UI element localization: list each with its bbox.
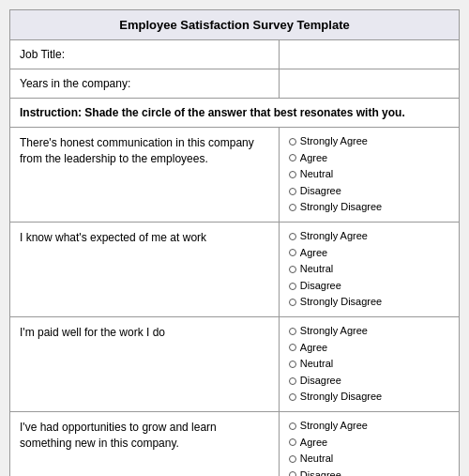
option-label-3-2: Agree bbox=[300, 340, 327, 357]
option-label-3-4: Disagree bbox=[300, 373, 341, 390]
option-label-2-3: Neutral bbox=[300, 261, 333, 278]
option-item-1-1[interactable]: Strongly Agree bbox=[289, 133, 449, 150]
job-title-input[interactable] bbox=[280, 40, 459, 69]
option-item-1-2[interactable]: Agree bbox=[289, 150, 449, 167]
option-label-4-2: Agree bbox=[300, 435, 327, 452]
years-label: Years in the company: bbox=[10, 69, 280, 98]
question-row-2: I know what's expected of me at workStro… bbox=[10, 223, 459, 317]
radio-circle-4-2[interactable] bbox=[289, 438, 296, 446]
years-input[interactable] bbox=[280, 69, 459, 98]
radio-circle-3-3[interactable] bbox=[289, 361, 296, 368]
options-col-1: Strongly AgreeAgreeNeutralDisagreeStrong… bbox=[280, 128, 459, 222]
question-row-3: I'm paid well for the work I doStrongly … bbox=[10, 317, 459, 412]
radio-circle-3-5[interactable] bbox=[289, 393, 296, 401]
option-label-4-4: Disagree bbox=[300, 468, 341, 476]
job-title-label: Job Title: bbox=[10, 40, 280, 69]
option-item-3-2[interactable]: Agree bbox=[289, 340, 449, 357]
radio-circle-2-5[interactable] bbox=[289, 299, 296, 306]
radio-circle-3-4[interactable] bbox=[289, 377, 296, 385]
question-text-2: I know what's expected of me at work bbox=[10, 223, 280, 316]
option-label-2-1: Strongly Agree bbox=[300, 228, 368, 245]
radio-circle-1-5[interactable] bbox=[289, 204, 296, 211]
radio-circle-2-1[interactable] bbox=[289, 233, 296, 240]
radio-circle-3-2[interactable] bbox=[289, 344, 296, 351]
option-label-4-1: Strongly Agree bbox=[300, 418, 368, 435]
radio-circle-2-3[interactable] bbox=[289, 266, 296, 273]
option-item-4-4[interactable]: Disagree bbox=[289, 468, 449, 476]
options-col-4: Strongly AgreeAgreeNeutralDisagreeStrong… bbox=[280, 412, 459, 476]
question-text-3: I'm paid well for the work I do bbox=[10, 317, 280, 411]
option-item-3-3[interactable]: Neutral bbox=[289, 356, 449, 373]
radio-circle-1-3[interactable] bbox=[289, 171, 296, 178]
option-item-2-4[interactable]: Disagree bbox=[289, 278, 449, 295]
radio-circle-4-4[interactable] bbox=[289, 471, 296, 476]
option-item-2-5[interactable]: Strongly Disagree bbox=[289, 294, 449, 311]
option-item-2-2[interactable]: Agree bbox=[289, 245, 449, 262]
option-item-3-5[interactable]: Strongly Disagree bbox=[289, 389, 449, 406]
radio-circle-2-4[interactable] bbox=[289, 283, 296, 290]
question-text-1: There's honest communication in this com… bbox=[10, 128, 280, 222]
survey-container: Employee Satisfaction Survey Template Jo… bbox=[9, 9, 460, 476]
radio-circle-2-2[interactable] bbox=[289, 249, 296, 256]
option-item-4-3[interactable]: Neutral bbox=[289, 451, 449, 468]
radio-circle-1-1[interactable] bbox=[289, 138, 296, 146]
options-col-2: Strongly AgreeAgreeNeutralDisagreeStrong… bbox=[280, 223, 459, 316]
option-item-1-5[interactable]: Strongly Disagree bbox=[289, 199, 449, 216]
option-item-2-3[interactable]: Neutral bbox=[289, 261, 449, 278]
radio-circle-4-3[interactable] bbox=[289, 455, 296, 463]
option-item-1-4[interactable]: Disagree bbox=[289, 183, 449, 200]
radio-circle-1-2[interactable] bbox=[289, 154, 296, 161]
option-label-1-5: Strongly Disagree bbox=[300, 199, 382, 216]
question-text-4: I've had opportunities to grow and learn… bbox=[10, 412, 280, 476]
option-item-4-1[interactable]: Strongly Agree bbox=[289, 418, 449, 435]
option-label-1-1: Strongly Agree bbox=[300, 133, 368, 150]
instruction: Instruction: Shade the circle of the ans… bbox=[10, 99, 459, 128]
questions-container: There's honest communication in this com… bbox=[10, 128, 459, 476]
option-item-4-2[interactable]: Agree bbox=[289, 435, 449, 452]
question-row-4: I've had opportunities to grow and learn… bbox=[10, 412, 459, 476]
options-col-3: Strongly AgreeAgreeNeutralDisagreeStrong… bbox=[280, 317, 459, 411]
option-label-1-3: Neutral bbox=[300, 166, 333, 183]
option-item-2-1[interactable]: Strongly Agree bbox=[289, 228, 449, 245]
option-label-1-4: Disagree bbox=[300, 183, 341, 200]
survey-title: Employee Satisfaction Survey Template bbox=[10, 10, 459, 40]
job-title-row: Job Title: bbox=[10, 40, 459, 69]
option-label-1-2: Agree bbox=[300, 150, 327, 167]
option-label-2-2: Agree bbox=[300, 245, 327, 262]
option-item-3-1[interactable]: Strongly Agree bbox=[289, 323, 449, 340]
years-row: Years in the company: bbox=[10, 69, 459, 99]
option-label-2-4: Disagree bbox=[300, 278, 341, 295]
radio-circle-1-4[interactable] bbox=[289, 188, 296, 195]
question-row-1: There's honest communication in this com… bbox=[10, 128, 459, 223]
option-label-2-5: Strongly Disagree bbox=[300, 294, 382, 311]
radio-circle-3-1[interactable] bbox=[289, 328, 296, 335]
option-item-1-3[interactable]: Neutral bbox=[289, 166, 449, 183]
option-item-3-4[interactable]: Disagree bbox=[289, 373, 449, 390]
option-label-3-5: Strongly Disagree bbox=[300, 389, 382, 406]
radio-circle-4-1[interactable] bbox=[289, 422, 296, 430]
option-label-3-3: Neutral bbox=[300, 356, 333, 373]
option-label-4-3: Neutral bbox=[300, 451, 333, 468]
option-label-3-1: Strongly Agree bbox=[300, 323, 368, 340]
